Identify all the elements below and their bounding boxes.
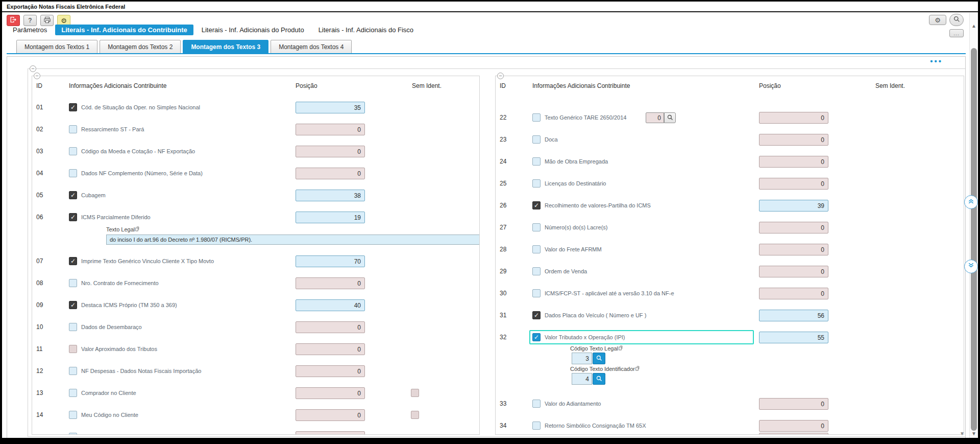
row-id: 24	[500, 158, 506, 165]
posicao-input[interactable]: 0	[296, 431, 365, 435]
sub-tab[interactable]: Montagem dos Textos 4	[271, 40, 352, 54]
row-label: Código da Moeda e Cotação - NF Exportaçã…	[81, 148, 195, 154]
codigo-texto-search-button[interactable]	[593, 353, 605, 364]
posicao-input[interactable]: 0	[759, 178, 828, 190]
panel-scroll-down-icon[interactable]: ▼	[960, 431, 965, 436]
codigo-texto-input[interactable]: 3	[572, 353, 592, 364]
row-checkbox[interactable]	[532, 135, 541, 144]
posicao-input[interactable]: 0	[759, 288, 828, 299]
posicao-input[interactable]: 38	[296, 190, 365, 201]
posicao-input[interactable]: 0	[759, 244, 828, 255]
row-checkbox[interactable]	[532, 223, 541, 231]
codigo-texto-search-button[interactable]	[593, 373, 605, 385]
row-checkbox[interactable]	[532, 267, 541, 275]
collapse-toggle-right[interactable]: −	[497, 73, 504, 79]
panel-drag-dots[interactable]: •••	[930, 57, 943, 65]
vertical-scrollbar[interactable]: ▲ ▼	[969, 13, 978, 438]
posicao-input[interactable]: 0	[296, 146, 365, 157]
row-checkbox[interactable]	[69, 433, 77, 435]
table-row: 31✓Dados Placa do Veículo ( Número e UF …	[496, 310, 964, 322]
posicao-input[interactable]: 70	[296, 255, 365, 267]
row-checkbox[interactable]	[69, 367, 77, 375]
posicao-input[interactable]: 0	[759, 222, 828, 233]
row-label: Destaca ICMS Próprio (TM 350 a 369)	[81, 302, 177, 308]
row-checkbox[interactable]	[532, 422, 541, 430]
row-checkbox[interactable]: ✓	[69, 301, 77, 309]
sub-tab[interactable]: Montagem dos Textos 2	[100, 40, 181, 54]
posicao-input[interactable]: 55	[759, 332, 828, 343]
scroll-up-arrow-icon[interactable]: ▲	[970, 22, 978, 30]
scroll-to-top-button[interactable]	[964, 195, 978, 209]
posicao-input[interactable]: 40	[296, 299, 365, 311]
posicao-input[interactable]: 0	[296, 365, 365, 377]
row-label: Número(s) do(s) Lacre(s)	[545, 224, 607, 230]
code-search-button[interactable]	[664, 112, 676, 123]
row-checkbox[interactable]: ✓	[69, 191, 77, 199]
main-tab[interactable]: Literais - Inf. Adicionais do Contribuin…	[55, 25, 193, 35]
posicao-input[interactable]: 0	[759, 156, 828, 168]
row-checkbox[interactable]	[532, 179, 541, 188]
posicao-input[interactable]: 0	[296, 277, 365, 289]
posicao-input[interactable]: 0	[759, 134, 828, 146]
row-checkbox[interactable]	[69, 389, 77, 397]
row-label: ICMS/FCP-ST - aplicável até a versão 3.1…	[545, 290, 674, 296]
row-checkbox[interactable]: ✓	[69, 213, 77, 221]
row-checkbox[interactable]	[532, 113, 541, 122]
table-row: 34Retorno Simbólico Consignação TM 65X0	[496, 420, 964, 432]
table-row: 02Ressarcimento ST - Pará0	[32, 124, 479, 136]
printer-icon	[43, 16, 51, 25]
texto-legal-input[interactable]: do inciso I do art.96 do Decreto nº 1.98…	[106, 235, 480, 245]
row-checkbox[interactable]: ✓	[69, 103, 77, 111]
main-tab[interactable]: Parâmetros	[7, 25, 53, 35]
posicao-input[interactable]: 56	[759, 310, 828, 321]
settings-button[interactable]: ⚙	[929, 15, 946, 25]
row-checkbox[interactable]	[69, 411, 77, 419]
row-checkbox[interactable]: ✓	[532, 333, 541, 341]
row-checkbox[interactable]	[532, 245, 541, 253]
sem-ident-checkbox[interactable]	[411, 389, 419, 397]
code-input[interactable]: 0	[646, 112, 664, 123]
row-checkbox[interactable]	[532, 157, 541, 166]
row-label: ICMS Parcialmente Diferido	[81, 214, 151, 220]
posicao-input[interactable]: 0	[759, 433, 828, 435]
row-checkbox[interactable]: ✓	[532, 311, 541, 319]
row-checkbox[interactable]	[69, 147, 77, 155]
posicao-input[interactable]: 0	[296, 343, 365, 355]
row-checkbox[interactable]	[532, 289, 541, 297]
sem-ident-checkbox[interactable]	[411, 411, 419, 419]
main-tab[interactable]: Literais - Inf. Adicionais do Fisco	[312, 25, 420, 35]
search-button[interactable]	[949, 14, 964, 26]
row-checkbox[interactable]	[69, 323, 77, 331]
row-checkbox[interactable]: ✓	[532, 201, 541, 209]
posicao-input[interactable]: 0	[296, 124, 365, 135]
posicao-input[interactable]: 35	[296, 102, 365, 113]
scrollbar-thumb[interactable]	[971, 48, 977, 431]
posicao-input[interactable]: 0	[759, 420, 828, 432]
table-row: 07✓Imprime Texto Genérico Vinculo Client…	[32, 255, 479, 268]
codigo-texto-input[interactable]: 4	[572, 373, 592, 385]
row-checkbox[interactable]	[69, 169, 77, 177]
main-tab[interactable]: Literais - Inf. Adicionais do Produto	[195, 25, 310, 35]
sub-tab[interactable]: Montagem dos Textos 3	[183, 40, 268, 54]
collapse-toggle-outer[interactable]: −	[30, 65, 36, 72]
scroll-to-bottom-button[interactable]	[964, 260, 978, 273]
row-checkbox[interactable]	[532, 400, 541, 408]
row-checkbox[interactable]	[69, 345, 77, 353]
posicao-input[interactable]: 19	[296, 212, 365, 223]
posicao-input[interactable]: 39	[759, 200, 828, 212]
row-checkbox[interactable]: ✓	[69, 257, 77, 265]
sub-tab[interactable]: Montagem dos Textos 1	[16, 40, 97, 54]
posicao-input[interactable]: 0	[296, 409, 365, 421]
more-options-button[interactable]: ...	[949, 29, 964, 37]
posicao-input[interactable]: 0	[296, 387, 365, 399]
collapse-toggle-left[interactable]: −	[34, 73, 40, 79]
posicao-input[interactable]: 0	[759, 398, 828, 410]
row-checkbox[interactable]	[69, 279, 77, 287]
posicao-input[interactable]: 0	[759, 266, 828, 277]
posicao-input[interactable]: 0	[296, 168, 365, 179]
posicao-input[interactable]: 0	[296, 321, 365, 333]
row-checkbox[interactable]	[69, 125, 77, 133]
scroll-down-arrow-icon[interactable]: ▼	[970, 431, 978, 438]
posicao-input[interactable]: 0	[759, 112, 828, 124]
table-row: 06✓ICMS Parcialmente Diferido19	[32, 212, 479, 224]
